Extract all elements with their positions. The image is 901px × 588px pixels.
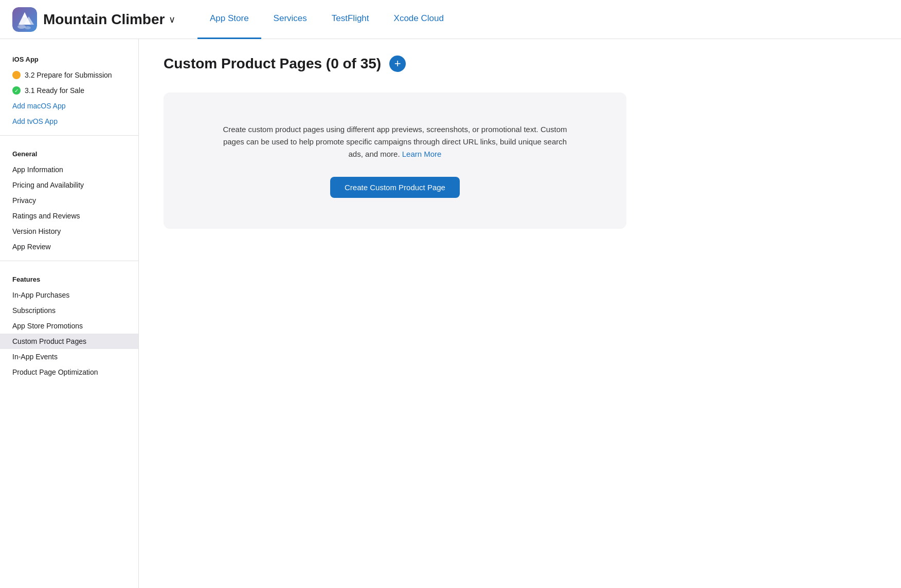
- sidebar-item-app-store-promotions[interactable]: App Store Promotions: [0, 318, 138, 334]
- main-content: Custom Product Pages (0 of 35) + Create …: [139, 39, 901, 588]
- sidebar-item-version-history[interactable]: Version History: [0, 224, 138, 239]
- tab-app-store[interactable]: App Store: [197, 0, 261, 39]
- sidebar-item-ratings[interactable]: Ratings and Reviews: [0, 208, 138, 224]
- learn-more-link[interactable]: Learn More: [402, 150, 442, 158]
- sidebar-divider-2: [0, 261, 138, 261]
- yellow-status-icon: [12, 71, 21, 79]
- page-title: Custom Product Pages (0 of 35): [164, 56, 381, 72]
- app-name-row[interactable]: Mountain Climber ∨: [43, 11, 175, 28]
- sidebar-item-ready-for-sale[interactable]: ✓ 3.1 Ready for Sale: [0, 83, 138, 98]
- green-status-icon: ✓: [12, 86, 21, 95]
- page-header: Custom Product Pages (0 of 35) +: [164, 56, 876, 72]
- sidebar-item-app-review[interactable]: App Review: [0, 239, 138, 254]
- sidebar-item-in-app-purchases[interactable]: In-App Purchases: [0, 287, 138, 303]
- sidebar: iOS App 3.2 Prepare for Submission ✓ 3.1…: [0, 39, 139, 588]
- app-identity: Mountain Climber ∨: [12, 7, 177, 32]
- add-custom-page-button[interactable]: +: [389, 56, 406, 72]
- tab-xcode-cloud[interactable]: Xcode Cloud: [382, 0, 456, 39]
- sidebar-general-header: General: [0, 142, 138, 162]
- app-name: Mountain Climber: [43, 11, 165, 28]
- sidebar-divider-1: [0, 135, 138, 136]
- svg-point-5: [25, 26, 31, 29]
- tab-services[interactable]: Services: [261, 0, 319, 39]
- tab-testflight[interactable]: TestFlight: [319, 0, 382, 39]
- sidebar-ios-app-header: iOS App: [0, 51, 138, 67]
- svg-point-4: [17, 25, 26, 29]
- chevron-down-icon: ∨: [169, 14, 175, 25]
- sidebar-add-tvos[interactable]: Add tvOS App: [0, 114, 138, 129]
- sidebar-item-subscriptions[interactable]: Subscriptions: [0, 303, 138, 318]
- sidebar-ready-label: 3.1 Ready for Sale: [25, 86, 84, 95]
- main-nav: App Store Services TestFlight Xcode Clou…: [197, 0, 456, 39]
- sidebar-prepare-label: 3.2 Prepare for Submission: [25, 71, 112, 79]
- content-description: Create custom product pages using differ…: [215, 123, 575, 160]
- sidebar-item-prepare-submission[interactable]: 3.2 Prepare for Submission: [0, 67, 138, 83]
- app-header: Mountain Climber ∨ App Store Services Te…: [0, 0, 901, 39]
- sidebar-item-product-page-optimization[interactable]: Product Page Optimization: [0, 364, 138, 380]
- empty-state-content: Create custom product pages using differ…: [164, 93, 626, 229]
- main-layout: iOS App 3.2 Prepare for Submission ✓ 3.1…: [0, 39, 901, 588]
- sidebar-item-custom-product-pages[interactable]: Custom Product Pages: [0, 334, 138, 349]
- sidebar-item-in-app-events[interactable]: In-App Events: [0, 349, 138, 364]
- app-icon: [12, 7, 37, 32]
- sidebar-item-pricing[interactable]: Pricing and Availability: [0, 177, 138, 193]
- sidebar-features-header: Features: [0, 267, 138, 287]
- create-custom-product-page-button[interactable]: Create Custom Product Page: [330, 177, 460, 198]
- sidebar-item-app-information[interactable]: App Information: [0, 162, 138, 177]
- sidebar-add-macos[interactable]: Add macOS App: [0, 98, 138, 114]
- sidebar-item-privacy[interactable]: Privacy: [0, 193, 138, 208]
